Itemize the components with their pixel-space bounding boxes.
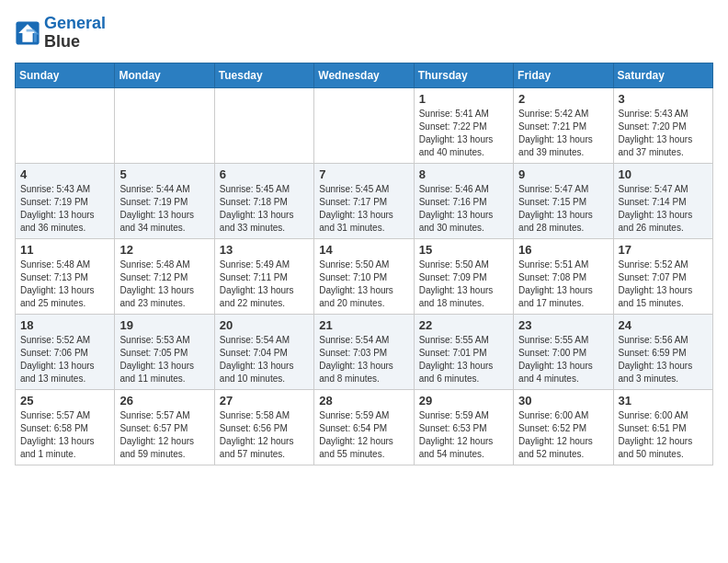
calendar-cell: 24Sunrise: 5:56 AM Sunset: 6:59 PM Dayli… bbox=[613, 314, 712, 389]
day-detail: Sunrise: 5:59 AM Sunset: 6:53 PM Dayligh… bbox=[419, 409, 508, 461]
calendar-cell bbox=[115, 87, 214, 163]
day-detail: Sunrise: 5:57 AM Sunset: 6:58 PM Dayligh… bbox=[20, 409, 109, 461]
calendar-table: SundayMondayTuesdayWednesdayThursdayFrid… bbox=[15, 63, 713, 465]
calendar-week-row: 25Sunrise: 5:57 AM Sunset: 6:58 PM Dayli… bbox=[16, 389, 713, 465]
calendar-cell: 13Sunrise: 5:49 AM Sunset: 7:11 PM Dayli… bbox=[214, 238, 313, 314]
calendar-cell: 4Sunrise: 5:43 AM Sunset: 7:19 PM Daylig… bbox=[16, 163, 115, 238]
day-detail: Sunrise: 5:45 AM Sunset: 7:17 PM Dayligh… bbox=[319, 183, 408, 235]
column-header-friday: Friday bbox=[514, 63, 613, 87]
calendar-cell: 19Sunrise: 5:53 AM Sunset: 7:05 PM Dayli… bbox=[115, 314, 214, 389]
calendar-cell: 16Sunrise: 5:51 AM Sunset: 7:08 PM Dayli… bbox=[514, 238, 613, 314]
day-number: 1 bbox=[419, 92, 508, 106]
calendar-week-row: 1Sunrise: 5:41 AM Sunset: 7:22 PM Daylig… bbox=[16, 87, 713, 163]
calendar-cell: 11Sunrise: 5:48 AM Sunset: 7:13 PM Dayli… bbox=[16, 238, 115, 314]
day-number: 20 bbox=[220, 318, 309, 332]
day-detail: Sunrise: 5:47 AM Sunset: 7:14 PM Dayligh… bbox=[619, 183, 708, 235]
day-number: 4 bbox=[20, 167, 109, 181]
day-detail: Sunrise: 5:48 AM Sunset: 7:12 PM Dayligh… bbox=[119, 259, 209, 310]
calendar-cell: 26Sunrise: 5:57 AM Sunset: 6:57 PM Dayli… bbox=[115, 389, 214, 465]
day-detail: Sunrise: 5:43 AM Sunset: 7:20 PM Dayligh… bbox=[619, 108, 708, 159]
day-detail: Sunrise: 5:50 AM Sunset: 7:09 PM Dayligh… bbox=[419, 259, 508, 310]
day-number: 22 bbox=[419, 318, 508, 332]
day-number: 17 bbox=[619, 243, 708, 257]
day-detail: Sunrise: 5:42 AM Sunset: 7:21 PM Dayligh… bbox=[518, 108, 608, 159]
day-number: 2 bbox=[518, 92, 608, 106]
day-detail: Sunrise: 5:55 AM Sunset: 7:01 PM Dayligh… bbox=[419, 334, 508, 385]
day-detail: Sunrise: 5:57 AM Sunset: 6:57 PM Dayligh… bbox=[119, 409, 209, 461]
day-number: 29 bbox=[419, 394, 508, 408]
calendar-cell bbox=[314, 87, 414, 163]
calendar-cell: 22Sunrise: 5:55 AM Sunset: 7:01 PM Dayli… bbox=[414, 314, 513, 389]
calendar-week-row: 18Sunrise: 5:52 AM Sunset: 7:06 PM Dayli… bbox=[16, 314, 713, 389]
day-number: 13 bbox=[220, 243, 309, 257]
day-number: 6 bbox=[220, 167, 309, 181]
column-header-monday: Monday bbox=[115, 63, 214, 87]
day-number: 11 bbox=[20, 243, 109, 257]
day-detail: Sunrise: 5:54 AM Sunset: 7:03 PM Dayligh… bbox=[319, 334, 408, 385]
calendar-cell: 18Sunrise: 5:52 AM Sunset: 7:06 PM Dayli… bbox=[16, 314, 115, 389]
day-number: 24 bbox=[619, 318, 708, 332]
calendar-cell: 29Sunrise: 5:59 AM Sunset: 6:53 PM Dayli… bbox=[414, 389, 513, 465]
day-detail: Sunrise: 5:59 AM Sunset: 6:54 PM Dayligh… bbox=[319, 409, 408, 461]
day-detail: Sunrise: 5:44 AM Sunset: 7:19 PM Dayligh… bbox=[119, 183, 209, 235]
calendar-cell bbox=[214, 87, 313, 163]
column-header-sunday: Sunday bbox=[16, 63, 115, 87]
column-header-tuesday: Tuesday bbox=[214, 63, 313, 87]
day-number: 10 bbox=[619, 167, 708, 181]
calendar-week-row: 11Sunrise: 5:48 AM Sunset: 7:13 PM Dayli… bbox=[16, 238, 713, 314]
calendar-cell: 9Sunrise: 5:47 AM Sunset: 7:15 PM Daylig… bbox=[514, 163, 613, 238]
calendar-cell: 8Sunrise: 5:46 AM Sunset: 7:16 PM Daylig… bbox=[414, 163, 513, 238]
calendar-header-row: SundayMondayTuesdayWednesdayThursdayFrid… bbox=[16, 63, 713, 87]
day-detail: Sunrise: 6:00 AM Sunset: 6:52 PM Dayligh… bbox=[518, 409, 608, 461]
calendar-cell: 27Sunrise: 5:58 AM Sunset: 6:56 PM Dayli… bbox=[214, 389, 313, 465]
calendar-cell: 30Sunrise: 6:00 AM Sunset: 6:52 PM Dayli… bbox=[514, 389, 613, 465]
calendar-cell: 1Sunrise: 5:41 AM Sunset: 7:22 PM Daylig… bbox=[414, 87, 513, 163]
calendar-cell bbox=[16, 87, 115, 163]
calendar-cell: 28Sunrise: 5:59 AM Sunset: 6:54 PM Dayli… bbox=[314, 389, 414, 465]
calendar-cell: 23Sunrise: 5:55 AM Sunset: 7:00 PM Dayli… bbox=[514, 314, 613, 389]
day-detail: Sunrise: 5:45 AM Sunset: 7:18 PM Dayligh… bbox=[220, 183, 309, 235]
day-number: 25 bbox=[20, 394, 109, 408]
day-detail: Sunrise: 5:41 AM Sunset: 7:22 PM Dayligh… bbox=[419, 108, 508, 159]
logo-text: General Blue bbox=[44, 15, 106, 52]
day-number: 7 bbox=[319, 167, 408, 181]
day-number: 16 bbox=[518, 243, 608, 257]
calendar-cell: 21Sunrise: 5:54 AM Sunset: 7:03 PM Dayli… bbox=[314, 314, 414, 389]
day-detail: Sunrise: 5:53 AM Sunset: 7:05 PM Dayligh… bbox=[119, 334, 209, 385]
day-detail: Sunrise: 5:51 AM Sunset: 7:08 PM Dayligh… bbox=[518, 259, 608, 310]
day-detail: Sunrise: 5:54 AM Sunset: 7:04 PM Dayligh… bbox=[220, 334, 309, 385]
calendar-cell: 7Sunrise: 5:45 AM Sunset: 7:17 PM Daylig… bbox=[314, 163, 414, 238]
day-detail: Sunrise: 5:52 AM Sunset: 7:07 PM Dayligh… bbox=[619, 259, 708, 310]
day-detail: Sunrise: 5:52 AM Sunset: 7:06 PM Dayligh… bbox=[20, 334, 109, 385]
day-detail: Sunrise: 5:48 AM Sunset: 7:13 PM Dayligh… bbox=[20, 259, 109, 310]
column-header-thursday: Thursday bbox=[414, 63, 513, 87]
calendar-cell: 14Sunrise: 5:50 AM Sunset: 7:10 PM Dayli… bbox=[314, 238, 414, 314]
calendar-cell: 31Sunrise: 6:00 AM Sunset: 6:51 PM Dayli… bbox=[613, 389, 712, 465]
day-detail: Sunrise: 5:47 AM Sunset: 7:15 PM Dayligh… bbox=[518, 183, 608, 235]
day-detail: Sunrise: 5:55 AM Sunset: 7:00 PM Dayligh… bbox=[518, 334, 608, 385]
calendar-cell: 10Sunrise: 5:47 AM Sunset: 7:14 PM Dayli… bbox=[613, 163, 712, 238]
day-detail: Sunrise: 5:43 AM Sunset: 7:19 PM Dayligh… bbox=[20, 183, 109, 235]
day-number: 28 bbox=[319, 394, 408, 408]
day-number: 14 bbox=[319, 243, 408, 257]
calendar-cell: 5Sunrise: 5:44 AM Sunset: 7:19 PM Daylig… bbox=[115, 163, 214, 238]
day-number: 30 bbox=[518, 394, 608, 408]
logo: General Blue bbox=[15, 15, 106, 52]
day-number: 21 bbox=[319, 318, 408, 332]
day-detail: Sunrise: 5:56 AM Sunset: 6:59 PM Dayligh… bbox=[619, 334, 708, 385]
day-detail: Sunrise: 5:49 AM Sunset: 7:11 PM Dayligh… bbox=[220, 259, 309, 310]
calendar-week-row: 4Sunrise: 5:43 AM Sunset: 7:19 PM Daylig… bbox=[16, 163, 713, 238]
column-header-wednesday: Wednesday bbox=[314, 63, 414, 87]
day-number: 26 bbox=[119, 394, 209, 408]
day-number: 15 bbox=[419, 243, 508, 257]
page-header: General Blue bbox=[15, 15, 713, 52]
day-number: 18 bbox=[20, 318, 109, 332]
day-number: 23 bbox=[518, 318, 608, 332]
day-number: 19 bbox=[119, 318, 209, 332]
day-number: 5 bbox=[119, 167, 209, 181]
day-detail: Sunrise: 5:58 AM Sunset: 6:56 PM Dayligh… bbox=[220, 409, 309, 461]
day-number: 8 bbox=[419, 167, 508, 181]
calendar-cell: 25Sunrise: 5:57 AM Sunset: 6:58 PM Dayli… bbox=[16, 389, 115, 465]
calendar-cell: 17Sunrise: 5:52 AM Sunset: 7:07 PM Dayli… bbox=[613, 238, 712, 314]
calendar-cell: 20Sunrise: 5:54 AM Sunset: 7:04 PM Dayli… bbox=[214, 314, 313, 389]
